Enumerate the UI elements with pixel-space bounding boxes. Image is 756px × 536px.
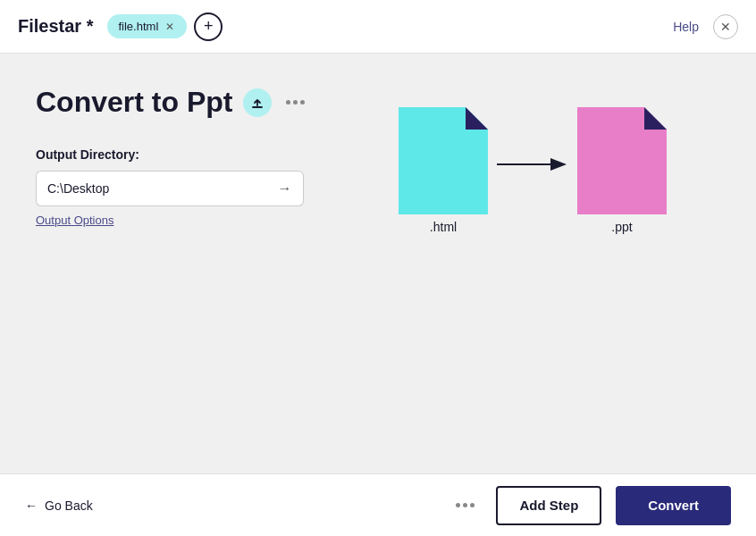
source-file-icon: [399, 107, 488, 214]
bottom-dot-2: [463, 503, 467, 507]
source-file-container: .html: [399, 107, 488, 234]
main-content: Convert to Ppt Output Directory: → Outpu…: [0, 54, 756, 473]
tab-close-icon[interactable]: ✕: [164, 21, 176, 33]
conversion-arrow-icon: [497, 151, 568, 178]
back-arrow-icon: ←: [25, 498, 38, 513]
page-title: Convert to Ppt: [36, 86, 232, 119]
close-icon: ✕: [720, 20, 731, 34]
close-button[interactable]: ✕: [713, 14, 738, 39]
target-file-icon: [577, 107, 667, 214]
svg-marker-1: [466, 107, 488, 130]
more-dot-2: [293, 100, 298, 105]
bottom-more-button[interactable]: [449, 499, 482, 511]
help-link[interactable]: Help: [673, 20, 699, 34]
arrow-container: [488, 151, 577, 178]
upload-badge-button[interactable]: [243, 88, 272, 117]
directory-input-row: →: [36, 171, 304, 206]
tab-label: file.html: [118, 20, 158, 33]
svg-marker-5: [644, 107, 667, 130]
target-file-label: .ppt: [611, 220, 632, 234]
target-file-container: .ppt: [577, 107, 667, 234]
header-right: Help ✕: [673, 14, 738, 39]
go-back-button[interactable]: ← Go Back: [25, 498, 93, 513]
source-file-label: .html: [430, 220, 457, 234]
add-step-button[interactable]: Add Step: [496, 486, 601, 525]
add-tab-button[interactable]: +: [194, 13, 223, 41]
convert-button[interactable]: Convert: [616, 486, 731, 525]
more-options-button[interactable]: [282, 96, 308, 108]
directory-input[interactable]: [36, 171, 266, 206]
upload-icon: [250, 96, 265, 110]
header: Filestar * file.html ✕ + Help ✕: [0, 0, 756, 54]
more-dot-1: [286, 100, 290, 105]
output-options-link[interactable]: Output Options: [36, 214, 113, 227]
more-dot-3: [300, 100, 305, 105]
header-left: Filestar * file.html ✕ +: [18, 13, 223, 41]
conversion-visual: .html .ppt: [399, 107, 667, 234]
svg-marker-3: [550, 158, 567, 171]
arrow-right-icon: →: [278, 180, 292, 197]
bottom-right: Add Step Convert: [449, 486, 731, 525]
tab-bar: file.html ✕ +: [107, 13, 223, 41]
directory-browse-button[interactable]: →: [266, 171, 304, 206]
bottom-dot-3: [470, 503, 475, 507]
go-back-label: Go Back: [45, 498, 93, 513]
bottom-dot-1: [456, 503, 460, 507]
bottom-bar: ← Go Back Add Step Convert: [0, 473, 756, 536]
convert-label: Convert: [648, 498, 699, 513]
file-tab[interactable]: file.html ✕: [107, 14, 187, 38]
app-title: Filestar *: [18, 16, 93, 37]
add-step-label: Add Step: [519, 498, 578, 513]
add-tab-icon: +: [204, 17, 214, 36]
